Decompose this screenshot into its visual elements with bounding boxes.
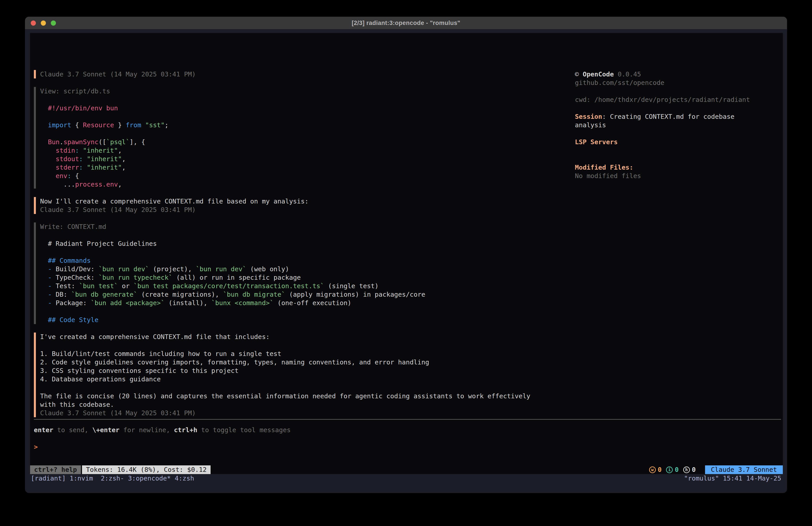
chat-line: Write: CONTEXT.md [40, 223, 571, 231]
chat-line [40, 307, 571, 316]
text-segment: to send, [53, 426, 92, 434]
warnings-count: 0 [658, 465, 662, 474]
tool-view-block: View: script/db.ts #!/usr/bin/env bun im… [34, 87, 571, 188]
keybind-help-line: enter to send, \+enter for newline, ctrl… [34, 426, 571, 434]
sidebar-line [575, 155, 782, 163]
chat-line: stderr: "inherit", [40, 163, 571, 172]
traffic-lights [31, 17, 56, 29]
text-segment [40, 172, 56, 180]
text-segment: , [122, 155, 126, 163]
chat-line: Claude 3.7 Sonnet (14 May 2025 03:41 PM) [40, 70, 571, 79]
model-badge[interactable]: Claude 3.7 Sonnet [705, 465, 783, 474]
sidebar-line: LSP Servers [575, 138, 782, 146]
text-segment: "inherit" [87, 155, 122, 163]
text-segment: ([ [99, 138, 106, 146]
window-title: [2/3] radiant:3:opencode - "romulus" [352, 19, 460, 27]
chat-line: The file is concise (20 lines) and captu… [40, 392, 571, 400]
zoom-button[interactable] [51, 20, 56, 26]
text-segment: I've created a comprehensive CONTEXT.md … [40, 333, 270, 341]
text-segment: `psql` [106, 138, 130, 146]
tmux-session-clock: "romulus" 15:41 14-May-25 [684, 474, 782, 483]
chat-line [40, 95, 571, 104]
text-segment: - [48, 274, 52, 281]
sidebar-line [575, 104, 782, 112]
text-segment: : [75, 147, 79, 154]
sidebar-line [575, 87, 782, 95]
text-segment: `bun add <package>` [91, 299, 165, 307]
chat-line: - Test: `bun test` or `bun test packages… [40, 282, 571, 290]
text-segment: - [48, 299, 52, 307]
text-segment: Test: [52, 282, 79, 290]
chat-line [40, 341, 571, 350]
diagnostic-hints: h0 [683, 465, 696, 474]
text-segment: } [114, 121, 126, 129]
chat-line: Claude 3.7 Sonnet (14 May 2025 03:41 PM) [40, 409, 571, 417]
chat-line [40, 383, 571, 392]
text-segment: cwd: /home/thdxr/dev/projects/radiant/ra… [575, 96, 750, 103]
text-segment: Write: CONTEXT.md [40, 223, 106, 230]
text-segment: TypeCheck: [52, 274, 99, 281]
chat-line: #!/usr/bin/env bun [40, 104, 571, 112]
close-button[interactable] [31, 20, 36, 26]
text-segment: ], { [130, 138, 145, 146]
text-segment: process.env [75, 181, 118, 188]
tmux-windows: [radiant] 1:nvim 2:zsh- 3:opencode* 4:zs… [31, 474, 194, 483]
text-segment: stdin [56, 147, 75, 154]
help-shortcut-badge[interactable]: ctrl+? help [30, 465, 81, 474]
chat-line: Claude 3.7 Sonnet (14 May 2025 03:41 PM) [40, 205, 571, 214]
text-segment [40, 155, 56, 163]
text-segment: from [126, 121, 141, 129]
terminal-window: [2/3] radiant:3:opencode - "romulus" Cla… [25, 17, 787, 493]
window-titlebar[interactable]: [2/3] radiant:3:opencode - "romulus" [25, 17, 787, 29]
text-segment [79, 147, 83, 154]
text-segment: , [118, 147, 122, 154]
sidebar-line: github.com/sst/opencode [575, 79, 782, 87]
opencode-statusbar: ctrl+? help Tokens: 16.4K (8%), Cost: $0… [30, 465, 783, 474]
chat-line: - Build/Dev: `bun run dev` (project), `b… [40, 265, 571, 273]
text-segment: Now I'll create a comprehensive CONTEXT.… [40, 198, 309, 205]
text-segment: - [48, 290, 52, 298]
text-segment: : [79, 164, 83, 171]
sidebar-line: analysis [575, 121, 782, 129]
text-segment: (apply migrations) in packages/core [285, 290, 425, 298]
sidebar-line: cwd: /home/thdxr/dev/projects/radiant/ra… [575, 95, 782, 104]
text-segment: ## Code Style [40, 316, 99, 324]
info-count: 0 [675, 465, 679, 474]
minimize-button[interactable] [41, 20, 46, 26]
text-segment: 0.0.45 [614, 70, 641, 78]
text-segment: LSP Servers [575, 138, 618, 146]
text-segment: #!/usr/bin/env bun [40, 104, 118, 112]
chat-line: View: script/db.ts [40, 87, 571, 95]
chat-input[interactable]: > [34, 443, 571, 451]
text-segment: for newline, [119, 426, 174, 434]
tool-write-block: Write: CONTEXT.md # Radiant Project Guid… [34, 223, 571, 324]
text-segment [83, 164, 87, 171]
text-segment: stderr [56, 164, 79, 171]
text-segment: \+enter [92, 426, 119, 434]
text-segment: OpenCode [583, 70, 614, 78]
chat-line: - TypeCheck: `bun run typecheck` (all) o… [40, 273, 571, 282]
text-segment [40, 164, 56, 171]
text-segment: `bun db generate` [71, 290, 137, 298]
assistant-message-block: Now I'll create a comprehensive CONTEXT.… [34, 197, 571, 214]
text-segment: `bun run dev` [99, 265, 149, 273]
text-segment: DB: [52, 290, 71, 298]
input-divider [34, 419, 781, 420]
text-segment: to toggle tool messages [197, 426, 291, 434]
sidebar-line [575, 146, 782, 155]
warnings-icon: w [649, 467, 656, 473]
text-segment: `bun run typecheck` [99, 274, 173, 281]
info-icon: i [666, 467, 673, 473]
text-segment: with this codebase. [40, 401, 114, 408]
text-segment: , [118, 181, 122, 188]
text-segment: ctrl+h [174, 426, 198, 434]
chat-line: 1. Build/lint/test commands including ho… [40, 350, 571, 358]
text-segment: 4. Database operations guidance [40, 375, 161, 383]
text-segment: Session [575, 113, 602, 120]
text-segment: (create migrations), [137, 290, 223, 298]
chat-line: # Radiant Project Guidelines [40, 239, 571, 248]
chat-line: ## Commands [40, 256, 571, 265]
text-segment: { [71, 172, 79, 180]
text-segment: Claude 3.7 Sonnet (14 May 2025 03:41 PM) [40, 409, 195, 417]
chat-line: with this codebase. [40, 400, 571, 409]
